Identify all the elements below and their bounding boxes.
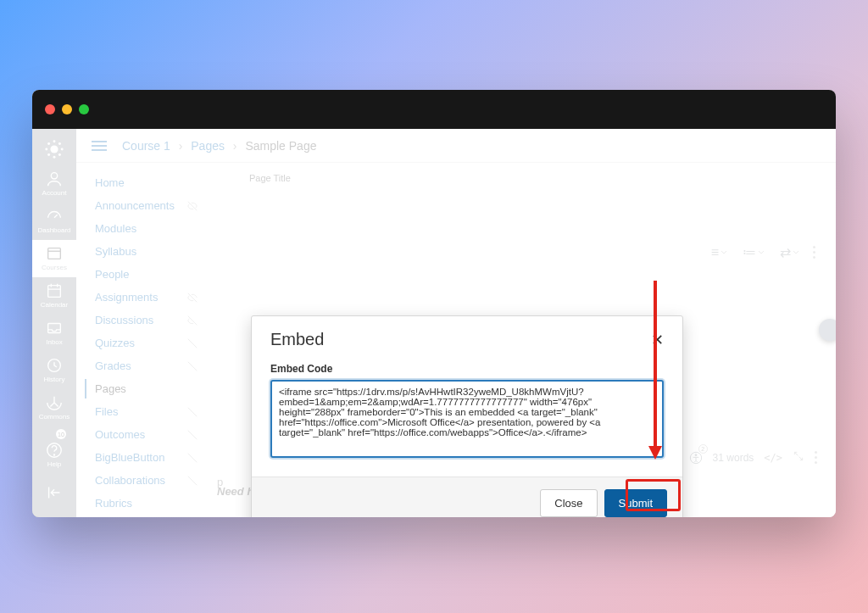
coursenav-grades[interactable]: Grades <box>80 354 210 377</box>
svg-rect-10 <box>48 248 61 259</box>
nav-commons[interactable]: Commons <box>32 389 76 426</box>
hidden-icon <box>186 292 198 304</box>
canvas-logo[interactable] <box>32 136 76 165</box>
fullscreen-button[interactable] <box>793 450 804 465</box>
coursenav-files[interactable]: Files <box>80 400 210 423</box>
coursenav-announcements[interactable]: Announcements <box>80 194 210 217</box>
coursenav-discussions[interactable]: Discussions <box>80 309 210 332</box>
editor-path: p <box>217 476 223 488</box>
rce-align-button[interactable]: ≡ <box>709 242 729 264</box>
svg-point-2 <box>53 156 56 159</box>
embed-code-label: Embed Code <box>270 363 664 375</box>
nav-courses-label: Courses <box>42 264 67 271</box>
svg-point-0 <box>50 145 58 153</box>
window-min-dot[interactable] <box>62 104 72 114</box>
nav-help[interactable]: 10 Help <box>32 426 76 474</box>
rce-indent-button[interactable]: ⇄ <box>778 241 801 264</box>
svg-point-4 <box>61 148 64 151</box>
hidden-icon <box>186 475 198 487</box>
coursenav-syllabus[interactable]: Syllabus <box>80 240 210 263</box>
nav-dashboard-label: Dashboard <box>37 226 70 234</box>
coursenav-assignments[interactable]: Assignments <box>80 286 210 309</box>
window-close-dot[interactable] <box>45 104 55 114</box>
embed-code-textarea[interactable] <box>270 380 664 458</box>
help-badge: 10 <box>56 429 66 439</box>
coursenav-home[interactable]: Home <box>80 171 210 194</box>
coursenav-rubrics[interactable]: Rubrics <box>80 492 210 515</box>
hamburger-icon[interactable] <box>92 141 107 151</box>
breadcrumb-sep: › <box>233 139 237 153</box>
embed-modal: Embed ✕ Embed Code Close Submit <box>251 315 683 517</box>
svg-point-9 <box>51 173 57 179</box>
coursenav-analytics[interactable]: New Analytics <box>80 515 210 517</box>
nav-calendar[interactable]: Calendar <box>32 277 76 315</box>
modal-title: Embed <box>270 330 324 349</box>
nav-courses[interactable]: Courses <box>32 240 76 277</box>
coursenav-pages[interactable]: Pages <box>80 377 210 400</box>
svg-point-17 <box>695 454 697 455</box>
close-button[interactable]: Close <box>540 489 597 517</box>
rce-toolbar-partial: ≡ ≔ ⇄ <box>709 241 815 264</box>
page-title-label: Page Title <box>249 173 815 183</box>
svg-point-15 <box>53 454 54 455</box>
editor-statusbar: CC 2 31 words </> <box>664 450 817 465</box>
html-view-button[interactable]: </> <box>764 452 782 464</box>
hidden-icon <box>186 337 198 349</box>
submit-button[interactable]: Submit <box>604 489 667 517</box>
nav-history[interactable]: History <box>32 352 76 389</box>
svg-point-6 <box>58 142 61 145</box>
coursenav-people[interactable]: People <box>80 263 210 286</box>
word-count: 31 words <box>713 452 754 464</box>
svg-rect-11 <box>48 286 61 298</box>
hidden-icon <box>186 360 198 372</box>
svg-point-7 <box>47 153 50 156</box>
course-nav: Home Announcements Modules Syllabus Peop… <box>80 163 210 517</box>
rce-more-button[interactable] <box>813 246 815 259</box>
window-max-dot[interactable] <box>79 104 89 114</box>
hidden-icon <box>186 429 198 441</box>
nav-commons-label: Commons <box>39 413 70 421</box>
svg-point-3 <box>45 148 47 151</box>
coursenav-quizzes[interactable]: Quizzes <box>80 332 210 354</box>
a11y-count: 2 <box>698 444 708 454</box>
nav-calendar-label: Calendar <box>41 301 68 309</box>
hidden-icon <box>186 200 198 212</box>
breadcrumb-sep: › <box>179 139 183 153</box>
statusbar-more-button[interactable] <box>815 451 817 464</box>
hidden-icon <box>186 406 198 418</box>
breadcrumb-course[interactable]: Course 1 <box>122 139 170 153</box>
breadcrumb: Course 1 › Pages › Sample Page <box>122 139 316 153</box>
hidden-icon <box>186 452 198 464</box>
coursenav-modules[interactable]: Modules <box>80 217 210 240</box>
nav-help-label: Help <box>47 460 61 468</box>
svg-point-5 <box>47 142 50 145</box>
nav-dashboard[interactable]: Dashboard <box>32 203 76 240</box>
svg-point-8 <box>58 153 61 156</box>
topbar: Course 1 › Pages › Sample Page <box>76 129 836 163</box>
coursenav-collab[interactable]: Collaborations <box>80 469 210 492</box>
breadcrumb-pages[interactable]: Pages <box>191 139 225 153</box>
coursenav-outcomes[interactable]: Outcomes <box>80 423 210 446</box>
rce-list-button[interactable]: ≔ <box>741 241 766 264</box>
global-nav-rail: Account Dashboard Courses Calendar Inbox… <box>32 129 76 517</box>
a11y-checker-icon[interactable]: 2 <box>689 451 703 465</box>
nav-history-label: History <box>44 376 65 383</box>
nav-collapse[interactable] <box>32 479 76 509</box>
assistant-bubble[interactable] <box>819 319 836 341</box>
window-titlebar <box>32 90 836 129</box>
breadcrumb-current: Sample Page <box>245 139 316 153</box>
coursenav-bbb[interactable]: BigBlueButton <box>80 446 210 469</box>
app-window: Account Dashboard Courses Calendar Inbox… <box>32 90 836 517</box>
nav-account-label: Account <box>42 189 67 197</box>
nav-account[interactable]: Account <box>32 165 76 203</box>
nav-inbox-label: Inbox <box>46 338 63 346</box>
nav-inbox[interactable]: Inbox <box>32 315 76 352</box>
svg-point-1 <box>53 140 56 142</box>
hidden-icon <box>186 315 198 326</box>
